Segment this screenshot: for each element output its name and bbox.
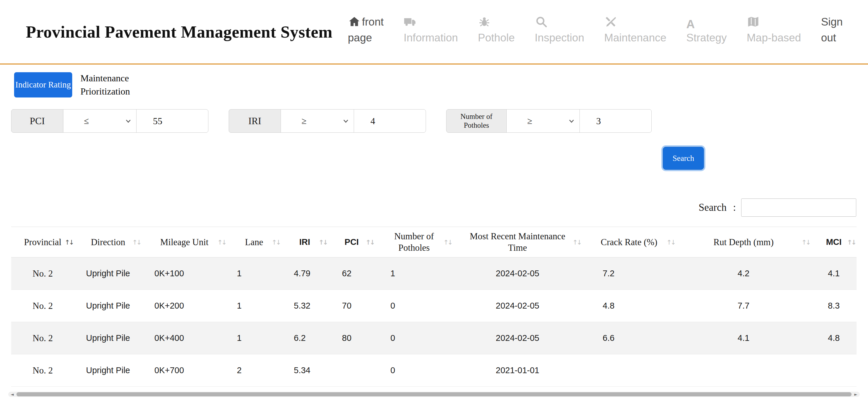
sort-icon[interactable]: ↑↓ bbox=[217, 239, 226, 246]
results-table-wrap: Provincial↑↓Direction↑↓Mileage Unit↑↓Lan… bbox=[11, 227, 857, 387]
sort-icon[interactable]: ↑↓ bbox=[443, 239, 452, 246]
cell-lane: 1 bbox=[227, 257, 281, 290]
sort-icon[interactable]: ↑↓ bbox=[366, 239, 374, 246]
col-header-pci[interactable]: PCI↑↓ bbox=[328, 227, 375, 257]
sort-icon[interactable]: ↑↓ bbox=[801, 239, 810, 246]
cell-rut-depth-mm: 4.2 bbox=[676, 257, 811, 290]
tools-icon bbox=[604, 15, 617, 28]
sort-icon[interactable]: ↑↓ bbox=[132, 239, 141, 246]
col-header-mileage-unit[interactable]: Mileage Unit↑↓ bbox=[142, 227, 227, 257]
cell-mci bbox=[811, 354, 857, 387]
col-header-mci[interactable]: MCI↑↓ bbox=[811, 227, 857, 257]
cell-iri: 5.32 bbox=[281, 290, 328, 322]
nav-item-information[interactable]: Information bbox=[404, 14, 458, 45]
chevron-down-icon bbox=[568, 118, 575, 124]
results-table: Provincial↑↓Direction↑↓Mileage Unit↑↓Lan… bbox=[11, 227, 857, 387]
cell-number-of-potholes: 0 bbox=[375, 290, 453, 322]
cell-direction: Upright Pile bbox=[74, 290, 142, 322]
cell-number-of-potholes: 0 bbox=[375, 322, 453, 354]
cell-rut-depth-mm bbox=[676, 354, 811, 387]
operator-value: ≥ bbox=[302, 116, 306, 126]
sort-icon[interactable]: ↑↓ bbox=[666, 239, 675, 246]
table-search-colon: : bbox=[733, 202, 736, 213]
col-header-label: Lane bbox=[245, 237, 263, 248]
home-icon bbox=[348, 15, 361, 28]
cell-lane: 1 bbox=[227, 322, 281, 354]
scroll-right-arrow[interactable]: ► bbox=[854, 392, 858, 396]
col-header-label: Most Recent Maintenance Time bbox=[466, 231, 569, 254]
nav-item-map-based[interactable]: Map-based bbox=[747, 14, 801, 45]
bug-icon bbox=[478, 15, 491, 28]
col-header-lane[interactable]: Lane↑↓ bbox=[227, 227, 281, 257]
cell-crack-rate: 7.2 bbox=[582, 257, 676, 290]
tab-indicator-rating[interactable]: Indicator Rating bbox=[14, 72, 72, 97]
nav-item-maintenance[interactable]: Maintenance bbox=[604, 14, 666, 45]
cell-number-of-potholes: 1 bbox=[375, 257, 453, 290]
cell-direction: Upright Pile bbox=[74, 257, 142, 290]
cell-mileage-unit: 0K+700 bbox=[142, 354, 227, 387]
col-header-most-recent-maintenance-time[interactable]: Most Recent Maintenance Time↑↓ bbox=[453, 227, 582, 257]
horizontal-scrollbar[interactable]: ◄ ► bbox=[8, 392, 860, 397]
col-header-provincial[interactable]: Provincial↑↓ bbox=[11, 227, 74, 257]
cell-lane: 2 bbox=[227, 354, 281, 387]
scrollbar-thumb[interactable] bbox=[17, 392, 851, 396]
operator-value: ≥ bbox=[527, 116, 532, 126]
app-header: Provincial Pavement Management System fr… bbox=[0, 0, 868, 65]
nav-item-inspection[interactable]: Inspection bbox=[535, 14, 584, 45]
sort-icon[interactable]: ↑↓ bbox=[272, 239, 280, 246]
col-header-label: Rut Depth (mm) bbox=[714, 237, 774, 248]
col-header-direction[interactable]: Direction↑↓ bbox=[74, 227, 142, 257]
table-row: No. 2Upright Pile0K+20015.327002024-02-0… bbox=[11, 290, 857, 322]
filter-group-pci: PCI≤ bbox=[11, 109, 209, 133]
cell-crack-rate: 6.6 bbox=[582, 322, 676, 354]
filter-group-iri: IRI≥ bbox=[229, 109, 426, 133]
col-header-number-of-potholes[interactable]: Number of Potholes↑↓ bbox=[375, 227, 453, 257]
cell-most-recent-maintenance-time: 2024-02-05 bbox=[453, 322, 582, 354]
cell-pci: 70 bbox=[328, 290, 375, 322]
pci-operator-select[interactable]: ≤ bbox=[63, 109, 136, 133]
table-search-input[interactable] bbox=[741, 198, 856, 217]
search-button[interactable]: Search bbox=[663, 147, 704, 170]
table-header-row: Provincial↑↓Direction↑↓Mileage Unit↑↓Lan… bbox=[11, 227, 857, 257]
chevron-down-icon bbox=[125, 118, 131, 124]
tab-maintenance-prioritization[interactable]: Maintenance Prioritization bbox=[81, 72, 154, 98]
sort-icon[interactable]: ↑↓ bbox=[572, 239, 581, 246]
nav-item-strategy[interactable]: AStrategy bbox=[686, 14, 727, 45]
iri-operator-select[interactable]: ≥ bbox=[281, 109, 354, 133]
chevron-down-icon bbox=[343, 118, 349, 124]
col-header-label: PCI bbox=[345, 237, 359, 247]
cell-rut-depth-mm: 7.7 bbox=[676, 290, 811, 322]
cell-most-recent-maintenance-time: 2024-02-05 bbox=[453, 290, 582, 322]
col-header-label: Direction bbox=[91, 237, 125, 248]
col-header-label: Number of Potholes bbox=[385, 231, 443, 254]
page: Provincial Pavement Management System fr… bbox=[0, 0, 868, 404]
sort-icon[interactable]: ↑↓ bbox=[65, 239, 73, 246]
table-search-label: Search bbox=[699, 202, 726, 213]
cell-pci: 80 bbox=[328, 322, 375, 354]
cell-iri: 6.2 bbox=[281, 322, 328, 354]
cell-pci: 62 bbox=[328, 257, 375, 290]
number-of-potholes-value-input[interactable] bbox=[580, 109, 652, 133]
col-header-rut-depth-mm[interactable]: Rut Depth (mm)↑↓ bbox=[676, 227, 811, 257]
col-header-iri[interactable]: IRI↑↓ bbox=[281, 227, 328, 257]
table-search: Search : bbox=[699, 198, 856, 217]
cell-mci: 4.8 bbox=[811, 322, 857, 354]
nav-item-sign-out[interactable]: Signout bbox=[821, 14, 843, 45]
number-of-potholes-operator-select[interactable]: ≥ bbox=[506, 109, 580, 133]
iri-value-input[interactable] bbox=[354, 109, 426, 133]
sort-icon[interactable]: ↑↓ bbox=[847, 239, 856, 246]
filter-group-number-of-potholes: Number of Potholes≥ bbox=[446, 109, 652, 133]
cell-iri: 4.79 bbox=[281, 257, 328, 290]
nav-item-pothole[interactable]: Pothole bbox=[478, 14, 515, 45]
col-header-crack-rate[interactable]: Crack Rate (%)↑↓ bbox=[582, 227, 676, 257]
table-row: No. 2Upright Pile0K+40016.28002024-02-05… bbox=[11, 322, 857, 354]
cell-direction: Upright Pile bbox=[74, 322, 142, 354]
cell-rut-depth-mm: 4.1 bbox=[676, 322, 811, 354]
pci-value-input[interactable] bbox=[136, 109, 209, 133]
cell-provincial: No. 2 bbox=[11, 322, 74, 354]
cell-provincial: No. 2 bbox=[11, 257, 74, 290]
cell-mci: 4.1 bbox=[811, 257, 857, 290]
nav-item-front-page[interactable]: frontpage bbox=[348, 14, 384, 45]
sort-icon[interactable]: ↑↓ bbox=[318, 239, 327, 246]
scroll-left-arrow[interactable]: ◄ bbox=[10, 392, 14, 396]
